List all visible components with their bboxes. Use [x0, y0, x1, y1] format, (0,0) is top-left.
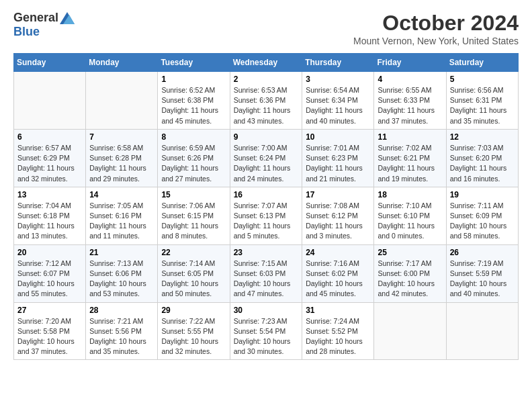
day-number: 14: [89, 190, 154, 199]
calendar-cell: [86, 72, 158, 130]
day-info: Sunrise: 7:12 AM Sunset: 6:07 PM Dayligh…: [17, 259, 82, 300]
day-number: 7: [89, 132, 154, 142]
calendar-header-row: Sunday Monday Tuesday Wednesday Thursday…: [14, 54, 519, 72]
calendar-week-row: 6Sunrise: 6:57 AM Sunset: 6:29 PM Daylig…: [14, 129, 519, 187]
calendar-cell: 11Sunrise: 7:02 AM Sunset: 6:21 PM Dayli…: [374, 129, 446, 187]
day-number: 22: [161, 248, 226, 257]
day-info: Sunrise: 7:01 AM Sunset: 6:23 PM Dayligh…: [306, 143, 370, 184]
day-number: 17: [306, 190, 370, 199]
calendar-cell: 19Sunrise: 7:11 AM Sunset: 6:09 PM Dayli…: [446, 187, 518, 244]
day-info: Sunrise: 7:16 AM Sunset: 6:02 PM Dayligh…: [306, 259, 370, 300]
calendar-cell: 17Sunrise: 7:08 AM Sunset: 6:12 PM Dayli…: [302, 187, 374, 244]
day-number: 12: [450, 132, 515, 142]
calendar-cell: 13Sunrise: 7:04 AM Sunset: 6:18 PM Dayli…: [14, 187, 86, 244]
calendar-cell: 18Sunrise: 7:10 AM Sunset: 6:10 PM Dayli…: [374, 187, 446, 244]
day-number: 15: [161, 190, 226, 199]
day-number: 6: [17, 132, 82, 142]
calendar-cell: 15Sunrise: 7:06 AM Sunset: 6:15 PM Dayli…: [158, 187, 230, 244]
month-title: October 2024: [353, 11, 519, 36]
day-info: Sunrise: 7:14 AM Sunset: 6:05 PM Dayligh…: [161, 259, 226, 300]
logo-icon: [60, 12, 75, 24]
calendar-cell: 14Sunrise: 7:05 AM Sunset: 6:16 PM Dayli…: [86, 187, 158, 244]
day-info: Sunrise: 7:11 AM Sunset: 6:09 PM Dayligh…: [450, 201, 515, 242]
day-number: 5: [450, 75, 515, 84]
day-info: Sunrise: 6:53 AM Sunset: 6:36 PM Dayligh…: [234, 85, 299, 126]
col-monday: Monday: [86, 54, 158, 72]
day-info: Sunrise: 7:06 AM Sunset: 6:15 PM Dayligh…: [161, 201, 226, 242]
calendar-week-row: 27Sunrise: 7:20 AM Sunset: 5:58 PM Dayli…: [14, 302, 519, 360]
calendar-cell: 5Sunrise: 6:56 AM Sunset: 6:31 PM Daylig…: [446, 72, 518, 130]
day-number: 4: [378, 75, 442, 84]
calendar-cell: 27Sunrise: 7:20 AM Sunset: 5:58 PM Dayli…: [14, 302, 86, 360]
day-number: 1: [161, 75, 226, 84]
col-wednesday: Wednesday: [230, 54, 302, 72]
calendar-cell: 24Sunrise: 7:16 AM Sunset: 6:02 PM Dayli…: [302, 244, 374, 302]
calendar-week-row: 13Sunrise: 7:04 AM Sunset: 6:18 PM Dayli…: [14, 187, 519, 244]
calendar-cell: 16Sunrise: 7:07 AM Sunset: 6:13 PM Dayli…: [230, 187, 302, 244]
calendar-cell: [374, 302, 446, 360]
day-number: 24: [306, 248, 370, 257]
day-number: 10: [306, 132, 370, 142]
col-tuesday: Tuesday: [158, 54, 230, 72]
day-info: Sunrise: 7:23 AM Sunset: 5:54 PM Dayligh…: [234, 316, 299, 357]
day-number: 2: [234, 75, 299, 84]
calendar: Sunday Monday Tuesday Wednesday Thursday…: [13, 53, 519, 360]
day-number: 26: [450, 248, 515, 257]
calendar-cell: 20Sunrise: 7:12 AM Sunset: 6:07 PM Dayli…: [14, 244, 86, 302]
calendar-week-row: 20Sunrise: 7:12 AM Sunset: 6:07 PM Dayli…: [14, 244, 519, 302]
calendar-cell: 12Sunrise: 7:03 AM Sunset: 6:20 PM Dayli…: [446, 129, 518, 187]
day-number: 13: [17, 190, 82, 199]
calendar-cell: 2Sunrise: 6:53 AM Sunset: 6:36 PM Daylig…: [230, 72, 302, 130]
day-number: 28: [89, 306, 154, 315]
day-info: Sunrise: 7:10 AM Sunset: 6:10 PM Dayligh…: [378, 201, 442, 242]
day-number: 19: [450, 190, 515, 199]
logo-general-text: General: [13, 11, 58, 25]
calendar-cell: 8Sunrise: 6:59 AM Sunset: 6:26 PM Daylig…: [158, 129, 230, 187]
calendar-cell: 30Sunrise: 7:23 AM Sunset: 5:54 PM Dayli…: [230, 302, 302, 360]
calendar-cell: [14, 72, 86, 130]
day-number: 31: [306, 306, 370, 315]
calendar-cell: 21Sunrise: 7:13 AM Sunset: 6:06 PM Dayli…: [86, 244, 158, 302]
day-info: Sunrise: 7:00 AM Sunset: 6:24 PM Dayligh…: [234, 143, 299, 184]
day-number: 18: [378, 190, 442, 199]
day-number: 20: [17, 248, 82, 257]
col-thursday: Thursday: [302, 54, 374, 72]
location: Mount Vernon, New York, United States: [353, 36, 519, 46]
day-info: Sunrise: 7:02 AM Sunset: 6:21 PM Dayligh…: [378, 143, 442, 184]
calendar-cell: 7Sunrise: 6:58 AM Sunset: 6:28 PM Daylig…: [86, 129, 158, 187]
day-info: Sunrise: 7:24 AM Sunset: 5:52 PM Dayligh…: [306, 316, 370, 357]
day-info: Sunrise: 6:56 AM Sunset: 6:31 PM Dayligh…: [450, 85, 515, 126]
calendar-cell: 22Sunrise: 7:14 AM Sunset: 6:05 PM Dayli…: [158, 244, 230, 302]
day-number: 29: [161, 306, 226, 315]
col-friday: Friday: [374, 54, 446, 72]
day-number: 27: [17, 306, 82, 315]
day-number: 9: [234, 132, 299, 142]
day-number: 8: [161, 132, 226, 142]
calendar-cell: 26Sunrise: 7:19 AM Sunset: 5:59 PM Dayli…: [446, 244, 518, 302]
day-number: 21: [89, 248, 154, 257]
day-info: Sunrise: 7:07 AM Sunset: 6:13 PM Dayligh…: [234, 201, 299, 242]
day-info: Sunrise: 7:04 AM Sunset: 6:18 PM Dayligh…: [17, 201, 82, 242]
day-info: Sunrise: 7:13 AM Sunset: 6:06 PM Dayligh…: [89, 259, 154, 300]
day-info: Sunrise: 6:58 AM Sunset: 6:28 PM Dayligh…: [89, 143, 154, 184]
calendar-cell: 28Sunrise: 7:21 AM Sunset: 5:56 PM Dayli…: [86, 302, 158, 360]
page: General Blue October 2024 Mount Vernon, …: [0, 0, 532, 371]
calendar-cell: 29Sunrise: 7:22 AM Sunset: 5:55 PM Dayli…: [158, 302, 230, 360]
header: General Blue October 2024 Mount Vernon, …: [13, 11, 519, 46]
day-info: Sunrise: 7:19 AM Sunset: 5:59 PM Dayligh…: [450, 259, 515, 300]
col-saturday: Saturday: [446, 54, 518, 72]
day-info: Sunrise: 7:20 AM Sunset: 5:58 PM Dayligh…: [17, 316, 82, 357]
calendar-cell: 25Sunrise: 7:17 AM Sunset: 6:00 PM Dayli…: [374, 244, 446, 302]
calendar-cell: 1Sunrise: 6:52 AM Sunset: 6:38 PM Daylig…: [158, 72, 230, 130]
day-number: 16: [234, 190, 299, 199]
day-info: Sunrise: 7:22 AM Sunset: 5:55 PM Dayligh…: [161, 316, 226, 357]
col-sunday: Sunday: [14, 54, 86, 72]
day-info: Sunrise: 7:17 AM Sunset: 6:00 PM Dayligh…: [378, 259, 442, 300]
calendar-cell: 3Sunrise: 6:54 AM Sunset: 6:34 PM Daylig…: [302, 72, 374, 130]
day-info: Sunrise: 7:05 AM Sunset: 6:16 PM Dayligh…: [89, 201, 154, 242]
title-block: October 2024 Mount Vernon, New York, Uni…: [353, 11, 519, 46]
day-number: 11: [378, 132, 442, 142]
day-info: Sunrise: 6:52 AM Sunset: 6:38 PM Dayligh…: [161, 85, 226, 126]
day-info: Sunrise: 7:03 AM Sunset: 6:20 PM Dayligh…: [450, 143, 515, 184]
day-number: 25: [378, 248, 442, 257]
